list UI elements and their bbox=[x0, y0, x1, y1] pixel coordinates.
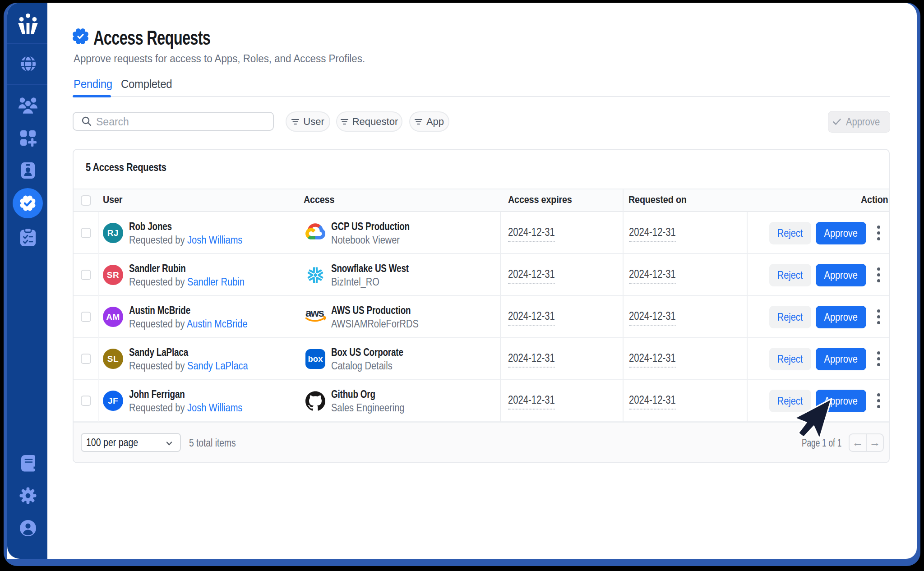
svg-text:aws: aws bbox=[305, 307, 324, 319]
svg-text:box: box bbox=[308, 354, 323, 364]
